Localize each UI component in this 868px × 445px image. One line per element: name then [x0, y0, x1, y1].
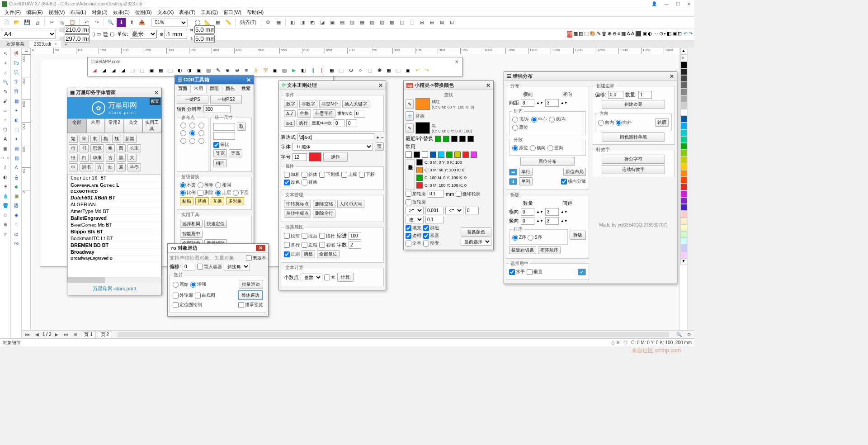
prev-page-icon[interactable]: ◀: [33, 332, 41, 337]
export-icon[interactable]: ⬆: [127, 18, 136, 27]
zoom-tool-icon[interactable]: 🔍: [1, 77, 10, 86]
options-icon[interactable]: ⚙: [264, 18, 273, 27]
fm-tab-all[interactable]: 全部: [67, 118, 86, 133]
transparency-tool-icon[interactable]: 🍷: [1, 182, 10, 191]
freehand-tool-icon[interactable]: ✎: [1, 87, 10, 96]
crop-tool-icon[interactable]: ⟋: [1, 68, 10, 77]
paper-size-select[interactable]: A4: [2, 30, 56, 38]
arrow-down-icon[interactable]: ⬇: [509, 178, 517, 185]
add-page-icon[interactable]: ⊕: [72, 332, 79, 337]
scrollbar-horizontal[interactable]: [118, 332, 669, 337]
pl-icon[interactable]: 拼: [12, 49, 21, 58]
scrollbar-vertical[interactable]: [687, 48, 694, 338]
stars-link[interactable]: 万星印网-stars print: [93, 286, 136, 291]
ellipse-tool-icon[interactable]: ○: [1, 115, 10, 124]
guides-icon[interactable]: 📏: [224, 18, 233, 27]
menu-view[interactable]: 视图(V): [46, 9, 68, 16]
font-list[interactable]: Courier10 BT Copperplate Gothic L DEXGOT…: [67, 174, 161, 277]
outline-indicator[interactable]: ☐: [623, 340, 627, 345]
menu-help[interactable]: 帮助(H): [244, 9, 266, 16]
fill-tool-icon[interactable]: 🪣: [1, 201, 10, 210]
color-preview[interactable]: [309, 152, 321, 161]
swap-colors-icon[interactable]: ⟲: [406, 111, 414, 121]
dimension-tool-icon[interactable]: ⟷: [1, 153, 10, 162]
import-icon[interactable]: ⬇: [117, 18, 126, 27]
menu-file[interactable]: 文件(F): [2, 9, 24, 16]
font-manager-panel: ▦ 万星印务字体管家✕ 配置 ✿ 万星印网stars print 全部 常用 常…: [67, 88, 162, 295]
canvas-area[interactable]: ☰ YG 05010015020025030035040045050055060…: [22, 48, 694, 338]
table-tool-icon[interactable]: ▦: [1, 144, 10, 153]
units-select[interactable]: 毫米: [130, 30, 157, 38]
app-icon: [2, 1, 7, 7]
print-icon[interactable]: 🖨: [33, 18, 42, 27]
text-tool-icon[interactable]: A: [1, 134, 10, 143]
new-icon[interactable]: 📄: [2, 18, 11, 27]
open-icon[interactable]: 📂: [12, 18, 21, 27]
current-page-icon[interactable]: ▢: [110, 31, 114, 37]
all-pages-icon[interactable]: ⿻: [104, 32, 108, 37]
corelapp-close-icon[interactable]: ✕: [455, 59, 458, 64]
menu-text[interactable]: 文本(X): [155, 9, 177, 16]
ps-icon[interactable]: Ps: [12, 58, 21, 67]
portrait-icon[interactable]: ▯: [92, 31, 95, 37]
menu-effects[interactable]: 效果(C): [110, 9, 132, 16]
search-icon[interactable]: 🔍: [106, 18, 115, 27]
dup-y-input[interactable]: [194, 34, 215, 43]
menu-bitmap[interactable]: 位图(B): [132, 9, 155, 16]
polygon-tool-icon[interactable]: ⬠: [1, 125, 10, 134]
ed-close-icon[interactable]: ✕: [670, 73, 674, 80]
next-page-icon[interactable]: ▶: [53, 332, 60, 337]
redo-icon[interactable]: ↷: [92, 18, 101, 27]
shape-tool-icon[interactable]: ✧: [1, 58, 10, 67]
menu-tools[interactable]: 工具(Q): [198, 9, 221, 16]
arrow-right-icon[interactable]: ➡: [509, 169, 517, 175]
save-icon[interactable]: 💾: [23, 18, 32, 27]
nudge-input[interactable]: [165, 30, 187, 38]
menu-window[interactable]: 窗口(W): [221, 9, 244, 16]
minimize-button[interactable]: —: [662, 1, 670, 6]
landscape-icon[interactable]: ▭: [96, 31, 101, 37]
watermark: 来自社区 szchp.com: [632, 347, 681, 355]
objwalk-close-icon[interactable]: ✕: [256, 245, 265, 251]
redo2-icon[interactable]: ↷: [689, 31, 693, 38]
effects-tool-icon[interactable]: ◐: [1, 172, 10, 181]
close-tab-icon[interactable]: ×: [54, 42, 57, 47]
confirm-icon[interactable]: ✔: [578, 269, 586, 275]
eyedropper-tool-icon[interactable]: 💧: [1, 191, 10, 200]
rectangle-tool-icon[interactable]: ▭: [1, 106, 10, 115]
first-page-icon[interactable]: ⏮: [24, 332, 32, 337]
menu-edit[interactable]: 编辑(E): [24, 9, 46, 16]
pick-tool-icon[interactable]: ↖: [1, 49, 10, 58]
menu-object[interactable]: 对象(J): [89, 9, 110, 16]
font-mgr-close-icon[interactable]: ✕: [154, 90, 159, 96]
tab-welcome[interactable]: 欢迎屏幕: [2, 40, 29, 48]
eyedropper-find-icon[interactable]: ✎: [406, 99, 414, 109]
maximize-button[interactable]: ☐: [674, 1, 682, 6]
textfix-close-icon[interactable]: ✕: [378, 82, 383, 89]
plugin-red-icon[interactable]: 印: [567, 31, 572, 38]
cdr-close-icon[interactable]: ✕: [246, 77, 251, 83]
menu-layout[interactable]: 布局(L): [67, 9, 89, 16]
app-launcher-icon[interactable]: ▦: [274, 18, 283, 27]
connector-tool-icon[interactable]: ⤴: [1, 163, 10, 172]
artistic-tool-icon[interactable]: 🖌: [1, 96, 10, 105]
close-button[interactable]: ✕: [685, 1, 693, 6]
new-tab-button[interactable]: +: [62, 41, 70, 48]
last-page-icon[interactable]: ⏭: [62, 332, 70, 337]
tab-file[interactable]: 2323.cdr×: [29, 41, 62, 47]
dup-x-input[interactable]: [194, 25, 215, 34]
user-icon[interactable]: 👤: [650, 1, 659, 6]
menu-table[interactable]: 表格(T): [176, 9, 198, 16]
ruler-origin[interactable]: ☰: [22, 48, 31, 54]
plugin-icon[interactable]: ◧: [288, 18, 297, 27]
cs-close-icon[interactable]: ✕: [486, 82, 491, 89]
outline-tool-icon[interactable]: ◇: [1, 210, 10, 219]
undo2-icon[interactable]: ↶: [684, 31, 688, 38]
fill-indicator-icon[interactable]: ◇ ✕: [611, 340, 620, 345]
snap-dropdown[interactable]: 贴齐(T): [238, 18, 259, 27]
page-width-input[interactable]: [65, 25, 90, 34]
publish-icon[interactable]: 📤: [137, 18, 146, 27]
eyedropper-replace-icon[interactable]: ✎: [406, 123, 414, 133]
zoom-select[interactable]: 51%: [151, 19, 188, 27]
cut-icon[interactable]: ✂: [47, 18, 56, 27]
